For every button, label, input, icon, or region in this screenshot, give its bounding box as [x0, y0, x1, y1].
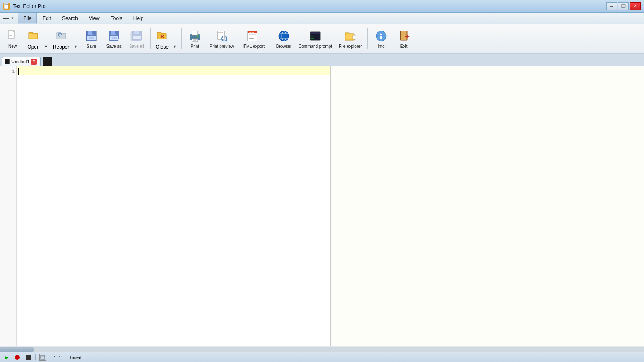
new-button[interactable]: New	[2, 26, 23, 52]
info-icon: i	[374, 29, 388, 43]
scrollbar-thumb[interactable]	[0, 347, 34, 352]
svg-rect-30	[133, 36, 141, 39]
svg-line-46	[226, 40, 227, 41]
menu-search[interactable]: Search	[57, 13, 83, 24]
cmdprompt-label: Command prompt	[299, 44, 332, 49]
svg-rect-75	[401, 31, 406, 40]
svg-rect-12	[29, 34, 37, 38]
printpreview-label: Print preview	[210, 44, 234, 49]
restore-button[interactable]: ❐	[618, 2, 629, 10]
svg-rect-69	[353, 38, 355, 38]
saveall-button[interactable]: Save all	[126, 26, 148, 52]
minimize-button[interactable]: ─	[606, 2, 617, 10]
browser-label: Browser	[276, 44, 292, 49]
svg-rect-62	[311, 38, 314, 39]
menu-file[interactable]: File	[18, 13, 37, 24]
saveall-icon	[130, 29, 143, 43]
svg-rect-23	[115, 31, 116, 34]
stop-icon	[15, 355, 20, 360]
reopen-button[interactable]: Reopen	[51, 26, 73, 52]
open-button-group: Open ▼	[24, 26, 50, 52]
svg-rect-65	[346, 34, 353, 39]
app-title: Text Editor Pro	[13, 3, 46, 9]
close-button[interactable]: Close	[153, 26, 171, 52]
reopen-dropdown-button[interactable]: ▼	[73, 26, 80, 52]
open-dropdown-button[interactable]: ▼	[43, 26, 50, 52]
editor-panel-1[interactable]	[17, 66, 331, 346]
svg-rect-38	[193, 39, 197, 40]
tab-untitled1[interactable]: Untitled1 ✕	[2, 57, 41, 66]
separator-3	[270, 28, 270, 49]
menu-bar: ▼ File Edit Search View Tools Help	[0, 13, 644, 24]
menu-view[interactable]: View	[83, 13, 105, 24]
app-icon	[3, 3, 10, 10]
hamburger-menu[interactable]: ▼	[0, 13, 18, 24]
saveas-label: Save as	[106, 44, 122, 49]
tab-close-button[interactable]: ✕	[31, 59, 37, 65]
close-button-group: Close ▼	[153, 26, 179, 52]
svg-rect-36	[192, 31, 198, 35]
horizontal-scrollbar[interactable]	[0, 347, 644, 352]
printpreview-button[interactable]: Print preview	[207, 26, 237, 52]
status-separator-3	[65, 354, 65, 360]
status-separator-1	[35, 354, 36, 360]
cmdprompt-button[interactable]: >_ Command prompt	[296, 26, 335, 52]
tab-color-indicator	[5, 59, 10, 64]
svg-rect-39	[193, 40, 196, 41]
browser-button[interactable]: Browser	[273, 26, 295, 52]
svg-rect-73	[380, 34, 382, 35]
saveas-button[interactable]: + Save as	[103, 26, 125, 52]
svg-text:+: +	[117, 38, 119, 42]
htmlexport-icon: HTML	[246, 29, 259, 43]
status-separator-2	[50, 354, 50, 360]
record-button[interactable]	[24, 354, 32, 361]
play-button[interactable]: ▶	[3, 354, 10, 361]
fileexplorer-icon	[344, 29, 357, 43]
svg-rect-42	[218, 32, 223, 33]
open-icon	[27, 28, 40, 43]
close-label: Close	[156, 44, 169, 50]
svg-rect-18	[92, 31, 93, 34]
stop-button[interactable]	[13, 354, 21, 361]
print-button[interactable]: Print	[184, 26, 206, 52]
editor-area: 1	[0, 66, 644, 346]
htmlexport-label: HTML export	[241, 44, 265, 49]
text-cursor-2	[18, 68, 19, 75]
saveas-icon: +	[107, 29, 121, 43]
svg-rect-51	[249, 36, 254, 36]
open-button[interactable]: Open	[24, 26, 43, 52]
menu-help[interactable]: Help	[128, 13, 149, 24]
htmlexport-button[interactable]: HTML HTML export	[238, 26, 267, 52]
svg-rect-53	[249, 38, 254, 39]
svg-rect-43	[218, 34, 223, 34]
save-button[interactable]: Save	[80, 26, 102, 52]
svg-rect-50	[249, 34, 256, 35]
exit-button[interactable]: Exit	[393, 26, 415, 52]
svg-point-40	[197, 35, 199, 37]
hamburger-line-1	[3, 16, 9, 16]
svg-rect-79	[41, 355, 45, 359]
status-bar: ▶ 1: 1 Insert	[0, 352, 644, 362]
fileexplorer-button[interactable]: File explorer	[336, 26, 365, 52]
title-bar: Text Editor Pro ─ ❐ ✕	[0, 0, 644, 13]
record-icon	[26, 355, 31, 360]
print-label: Print	[191, 44, 200, 49]
svg-rect-11	[29, 32, 33, 34]
title-bar-left: Text Editor Pro	[3, 3, 46, 10]
menu-tools[interactable]: Tools	[105, 13, 128, 24]
close-dropdown-button[interactable]: ▼	[171, 26, 179, 52]
svg-rect-60	[310, 32, 320, 34]
svg-rect-32	[157, 32, 161, 34]
svg-rect-72	[380, 36, 382, 39]
editor-panel-2[interactable]	[331, 66, 644, 346]
editor-text-area	[17, 66, 644, 346]
info-button[interactable]: i Info	[370, 26, 392, 52]
menu-edit[interactable]: Edit	[37, 13, 57, 24]
status-extra-button[interactable]	[39, 354, 47, 361]
new-tab-button[interactable]	[43, 57, 52, 66]
svg-rect-68	[353, 37, 356, 37]
close-window-button[interactable]: ✕	[630, 2, 641, 10]
reopen-label: Reopen	[53, 44, 70, 50]
svg-rect-8	[9, 34, 13, 34]
play-icon: ▶	[5, 354, 8, 360]
